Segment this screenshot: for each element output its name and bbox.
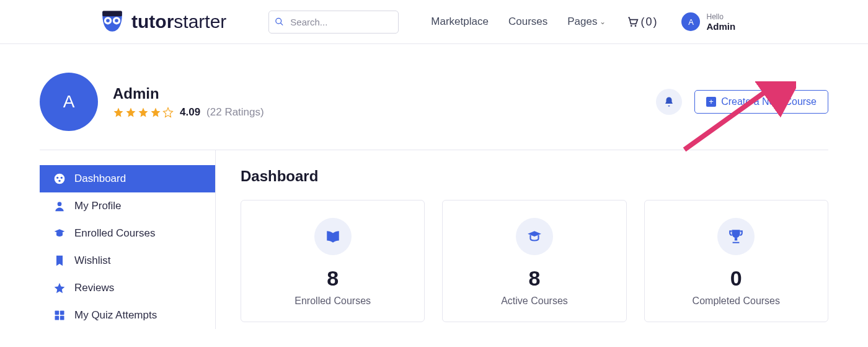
search-icon bbox=[275, 17, 284, 27]
card-value: 0 bbox=[651, 266, 822, 291]
create-course-label: Create a New Course bbox=[721, 96, 817, 107]
page-title: Dashboard bbox=[241, 168, 828, 185]
star-icon bbox=[53, 282, 66, 294]
user-text: Hello Admin bbox=[706, 12, 735, 32]
book-icon bbox=[325, 228, 341, 245]
svg-point-13 bbox=[58, 202, 62, 206]
star-icon bbox=[125, 107, 136, 118]
create-course-button[interactable]: + Create a New Course bbox=[694, 90, 828, 114]
sidebar-item-label: Reviews bbox=[74, 282, 114, 294]
card-icon-wrap bbox=[717, 218, 755, 255]
nav-pages-label: Pages bbox=[567, 16, 597, 28]
svg-rect-17 bbox=[60, 316, 64, 320]
cart-count-prefix: ( bbox=[640, 16, 644, 29]
user-menu[interactable]: A Hello Admin bbox=[681, 12, 735, 32]
svg-point-3 bbox=[106, 19, 110, 22]
top-nav: Marketplace Courses Pages ⌄ (0) A Hello … bbox=[431, 12, 735, 32]
user-name: Admin bbox=[706, 21, 735, 32]
graduation-cap-icon bbox=[53, 227, 66, 240]
card-value: 8 bbox=[449, 266, 619, 291]
svg-point-9 bbox=[55, 174, 65, 184]
profile-actions: + Create a New Course bbox=[656, 89, 828, 115]
sidebar-item-profile[interactable]: My Profile bbox=[40, 192, 215, 220]
sidebar-item-wishlist[interactable]: Wishlist bbox=[40, 247, 215, 274]
stars bbox=[113, 107, 174, 118]
profile-name: Admin bbox=[113, 85, 264, 102]
nav-courses[interactable]: Courses bbox=[508, 16, 547, 28]
card-completed: 0 Completed Courses bbox=[644, 200, 828, 322]
dashboard-icon bbox=[53, 173, 66, 185]
rating-row: 4.09 (22 Ratings) bbox=[113, 106, 264, 119]
svg-point-4 bbox=[115, 19, 118, 22]
card-enrolled: 8 Enrolled Courses bbox=[241, 200, 425, 322]
main: Dashboard 8 Enrolled Courses 8 Active Co… bbox=[216, 150, 828, 329]
rating-count: (22 Ratings) bbox=[206, 106, 264, 119]
sidebar-item-label: My Quiz Attempts bbox=[74, 309, 157, 322]
search-input[interactable] bbox=[268, 11, 399, 34]
svg-point-11 bbox=[61, 177, 63, 179]
header: tutorstarter Marketplace Courses Pages ⌄… bbox=[0, 0, 868, 44]
card-label: Active Courses bbox=[449, 295, 619, 307]
card-label: Enrolled Courses bbox=[247, 295, 418, 307]
svg-point-5 bbox=[276, 18, 281, 24]
svg-rect-16 bbox=[55, 316, 60, 320]
nav-courses-label: Courses bbox=[508, 16, 547, 28]
svg-line-6 bbox=[281, 23, 283, 25]
search-wrap bbox=[268, 11, 399, 34]
sidebar-item-quiz[interactable]: My Quiz Attempts bbox=[40, 302, 215, 329]
stat-cards: 8 Enrolled Courses 8 Active Courses 0 Co… bbox=[241, 200, 828, 322]
cart-link[interactable]: (0) bbox=[626, 16, 657, 29]
svg-rect-14 bbox=[55, 311, 60, 315]
card-label: Completed Courses bbox=[651, 295, 822, 307]
cart-icon bbox=[626, 16, 639, 28]
sidebar-item-label: Wishlist bbox=[74, 255, 111, 267]
svg-point-10 bbox=[56, 177, 58, 179]
quiz-icon bbox=[53, 309, 66, 322]
star-icon bbox=[138, 107, 149, 118]
trophy-icon bbox=[728, 228, 744, 245]
bookmark-icon bbox=[53, 255, 66, 267]
user-icon bbox=[53, 200, 66, 212]
svg-point-8 bbox=[635, 25, 637, 27]
sidebar-item-label: Enrolled Courses bbox=[74, 227, 155, 240]
star-icon bbox=[113, 107, 124, 118]
avatar-small: A bbox=[681, 12, 700, 31]
sidebar-item-label: Dashboard bbox=[74, 173, 126, 185]
profile-info: Admin 4.09 (22 Ratings) bbox=[113, 85, 264, 119]
card-active: 8 Active Courses bbox=[442, 200, 626, 322]
chevron-down-icon: ⌄ bbox=[600, 17, 606, 26]
avatar-large: A bbox=[40, 73, 98, 131]
logo[interactable]: tutorstarter bbox=[99, 9, 226, 35]
plus-icon: + bbox=[706, 97, 716, 107]
svg-rect-15 bbox=[60, 311, 64, 315]
nav-marketplace-label: Marketplace bbox=[431, 16, 489, 28]
svg-point-7 bbox=[631, 25, 632, 27]
card-icon-wrap bbox=[516, 218, 553, 255]
user-greeting: Hello bbox=[706, 12, 735, 21]
sidebar-item-dashboard[interactable]: Dashboard bbox=[40, 165, 215, 192]
container: A Admin 4.09 (22 Ratings) + Cr bbox=[0, 44, 868, 329]
rating-value: 4.09 bbox=[180, 106, 200, 119]
sidebar-item-enrolled[interactable]: Enrolled Courses bbox=[40, 220, 215, 247]
owl-icon bbox=[99, 9, 125, 35]
body-row: Dashboard My Profile Enrolled Courses Wi… bbox=[40, 150, 828, 329]
card-icon-wrap bbox=[314, 218, 352, 255]
sidebar-item-reviews[interactable]: Reviews bbox=[40, 274, 215, 302]
logo-text-light: starter bbox=[174, 11, 226, 32]
star-empty-icon bbox=[162, 107, 174, 118]
cart-count-suffix: ) bbox=[653, 16, 657, 29]
cart-count: 0 bbox=[645, 16, 652, 29]
nav-marketplace[interactable]: Marketplace bbox=[431, 16, 489, 28]
logo-text-bold: tutor bbox=[131, 11, 174, 32]
card-value: 8 bbox=[247, 266, 418, 291]
svg-point-12 bbox=[58, 180, 60, 182]
sidebar: Dashboard My Profile Enrolled Courses Wi… bbox=[40, 150, 216, 329]
notifications-button[interactable] bbox=[656, 89, 682, 115]
svg-rect-0 bbox=[102, 11, 122, 17]
graduation-cap-icon bbox=[526, 228, 542, 245]
nav-pages[interactable]: Pages ⌄ bbox=[567, 16, 606, 28]
sidebar-item-label: My Profile bbox=[74, 200, 122, 212]
profile-row: A Admin 4.09 (22 Ratings) + Cr bbox=[40, 44, 828, 150]
bell-icon bbox=[663, 96, 675, 107]
star-icon bbox=[150, 107, 161, 118]
